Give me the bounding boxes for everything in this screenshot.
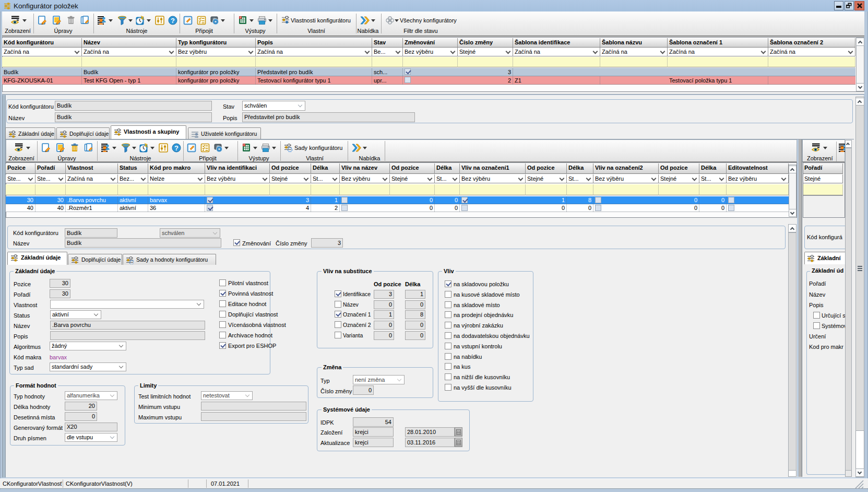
svg-text:x: x	[243, 143, 245, 146]
svg-text:?: ?	[174, 144, 179, 152]
svg-text:?: ?	[171, 17, 175, 25]
svg-text:x: x	[240, 16, 241, 19]
